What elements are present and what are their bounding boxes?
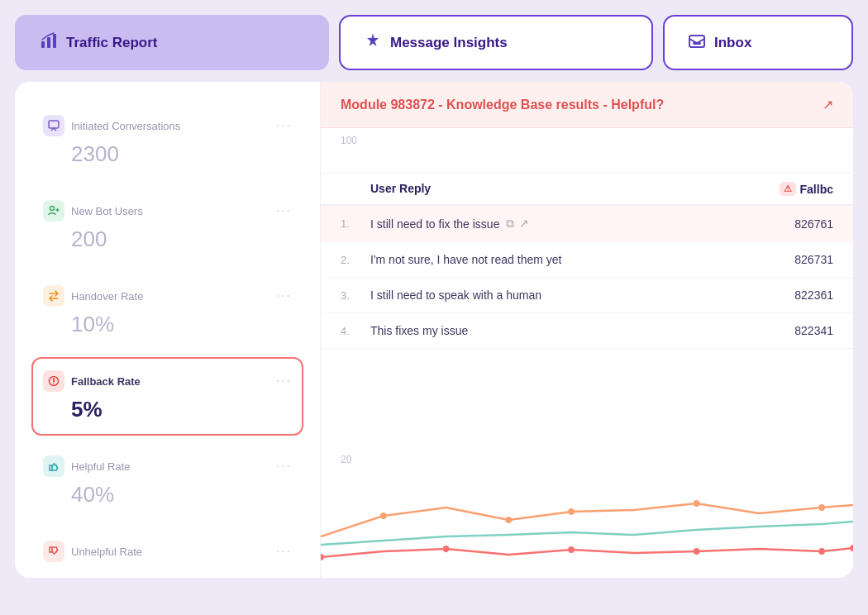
stats-panel: Initiated Conversations ··· 2300 New Bot: [15, 82, 321, 578]
svg-rect-5: [49, 121, 59, 128]
chart-bottom-area: 20: [321, 446, 853, 578]
chart-svg: [321, 462, 853, 578]
chart-top: 100: [321, 128, 853, 174]
stat-menu-dots[interactable]: ···: [276, 374, 292, 389]
tab-inbox[interactable]: Inbox: [663, 15, 853, 70]
module-title: Module 983872 - Knowledge Base results -…: [341, 98, 664, 112]
helpful-rate-label: Helpful Rate: [71, 460, 131, 473]
svg-point-18: [818, 548, 825, 555]
handover-rate-icon: [43, 285, 64, 307]
copy-icon[interactable]: ⧉: [506, 217, 514, 231]
col-num-header: [341, 182, 370, 196]
data-table: User Reply ⚠ Fallbc 1. I still need to f…: [321, 174, 853, 446]
stat-label-row: Fallback Rate: [43, 370, 141, 392]
table-row[interactable]: 4. This fixes my issue 822341: [321, 313, 853, 349]
module-header: Module 983872 - Knowledge Base results -…: [321, 82, 853, 128]
main-content: Initiated Conversations ··· 2300 New Bot: [15, 82, 853, 578]
table-row[interactable]: 2. I'm not sure, I have not read them ye…: [321, 242, 853, 278]
svg-rect-4: [693, 42, 701, 45]
stat-header: Helpful Rate ···: [43, 455, 292, 477]
svg-point-12: [694, 500, 700, 507]
initiated-conversations-label: Initiated Conversations: [71, 120, 180, 132]
svg-point-19: [850, 545, 853, 551]
stat-label-row: Helpful Rate: [43, 455, 131, 477]
stat-handover-rate[interactable]: Handover Rate ··· 10%: [31, 272, 303, 350]
external-link-icon[interactable]: ↗: [519, 217, 529, 231]
tab-inbox-label: Inbox: [714, 35, 751, 51]
stat-label-row: Unhelpful Rate: [43, 541, 142, 562]
row-text: I still need to fix the issue ⧉ ↗: [370, 217, 742, 231]
row-actions: ⧉ ↗: [506, 217, 529, 231]
table-row[interactable]: 1. I still need to fix the issue ⧉ ↗ 826…: [321, 206, 853, 242]
fallback-rate-value: 5%: [43, 397, 292, 422]
inbox-icon: [688, 31, 706, 54]
col-fallback-header: ⚠ Fallbc: [742, 182, 833, 196]
stat-label-row: New Bot Users: [43, 200, 143, 222]
svg-point-9: [380, 512, 387, 519]
svg-rect-0: [41, 41, 45, 48]
table-rows-container: 1. I still need to fix the issue ⧉ ↗ 826…: [321, 206, 853, 349]
row-num: 4.: [341, 325, 370, 337]
col-reply-header: User Reply: [370, 182, 742, 196]
row-value: 822341: [742, 324, 833, 337]
stat-menu-dots[interactable]: ···: [276, 459, 292, 474]
tab-traffic[interactable]: Traffic Report: [15, 15, 329, 70]
helpful-rate-icon: [43, 455, 64, 477]
svg-rect-1: [47, 37, 50, 48]
svg-point-15: [443, 546, 450, 552]
stat-menu-dots[interactable]: ···: [276, 544, 292, 559]
stat-header: New Bot Users ···: [43, 200, 292, 222]
stat-menu-dots[interactable]: ···: [276, 288, 292, 303]
svg-point-17: [694, 548, 700, 555]
table-panel: Module 983872 - Knowledge Base results -…: [321, 82, 853, 578]
stat-unhelpful-rate[interactable]: Unhelpful Rate ···: [31, 527, 303, 578]
row-num: 1.: [341, 217, 370, 230]
handover-rate-label: Handover Rate: [71, 290, 143, 303]
stat-new-bot-users[interactable]: New Bot Users ··· 200: [31, 187, 303, 265]
row-value: 822361: [742, 288, 833, 302]
svg-rect-3: [689, 36, 704, 47]
stat-header: Fallback Rate ···: [43, 370, 292, 392]
insights-icon: [364, 31, 382, 54]
row-text: This fixes my issue: [370, 324, 742, 337]
row-value: 826761: [742, 217, 833, 231]
table-row[interactable]: 3. I still need to speak with a human 82…: [321, 278, 853, 313]
stat-label-row: Initiated Conversations: [43, 115, 180, 136]
stat-menu-dots[interactable]: ···: [276, 203, 292, 218]
header-tabs: Traffic Report Message Insights Inbox: [0, 0, 868, 70]
svg-point-11: [568, 508, 575, 515]
svg-point-6: [50, 207, 55, 211]
stat-header: Initiated Conversations ···: [43, 115, 292, 136]
initiated-conversations-icon: [43, 115, 64, 136]
fallback-rate-icon: [43, 370, 64, 392]
stat-fallback-rate[interactable]: Fallback Rate ··· 5%: [31, 357, 303, 436]
stat-header: Handover Rate ···: [43, 285, 292, 307]
stat-label-row: Handover Rate: [43, 285, 143, 307]
stat-header: Unhelpful Rate ···: [43, 541, 292, 562]
unhelpful-rate-icon: [43, 541, 64, 562]
row-num: 3.: [341, 289, 370, 302]
tab-insights[interactable]: Message Insights: [339, 15, 653, 70]
svg-point-8: [53, 383, 55, 384]
unhelpful-rate-label: Unhelpful Rate: [71, 546, 142, 558]
fallback-rate-label: Fallback Rate: [71, 375, 141, 388]
row-text: I'm not sure, I have not read them yet: [370, 253, 742, 266]
handover-rate-value: 10%: [43, 312, 292, 337]
helpful-rate-value: 40%: [43, 482, 292, 508]
stat-helpful-rate[interactable]: Helpful Rate ··· 40%: [31, 442, 303, 521]
fallback-header-icon: ⚠: [780, 182, 796, 196]
svg-point-13: [818, 504, 825, 511]
stat-initiated-conversations[interactable]: Initiated Conversations ··· 2300: [31, 102, 303, 180]
stat-menu-dots[interactable]: ···: [276, 118, 292, 133]
svg-rect-2: [53, 34, 56, 48]
new-bot-users-value: 200: [43, 226, 292, 252]
row-value: 826731: [742, 253, 833, 266]
tab-insights-label: Message Insights: [390, 35, 508, 51]
svg-point-10: [506, 517, 513, 523]
svg-point-14: [321, 554, 324, 560]
initiated-conversations-value: 2300: [43, 141, 292, 167]
tab-traffic-label: Traffic Report: [66, 35, 158, 51]
svg-point-16: [568, 546, 575, 553]
new-bot-users-icon: [43, 200, 64, 222]
external-link-icon[interactable]: ↗: [823, 97, 833, 112]
